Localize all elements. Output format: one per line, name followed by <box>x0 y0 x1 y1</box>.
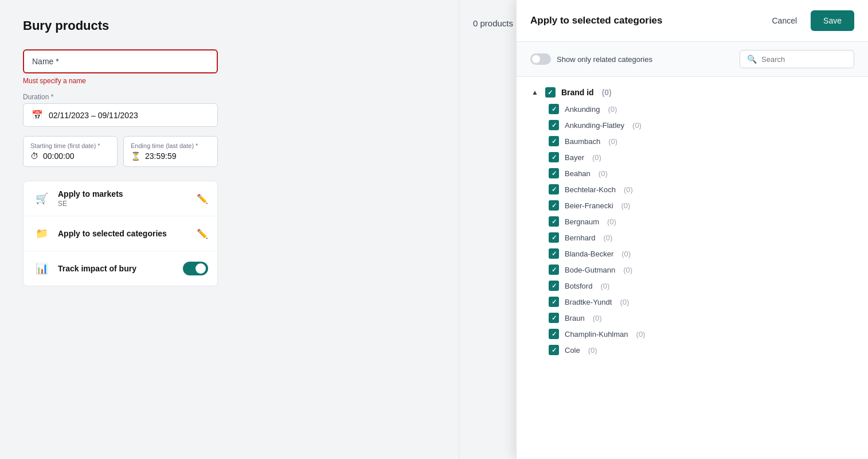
name-field-wrapper <box>23 49 218 73</box>
category-count: (0) <box>620 298 629 306</box>
category-name: Bernhard <box>565 234 595 242</box>
list-item[interactable]: Bechtelar-Koch (0) <box>530 181 854 197</box>
category-count: (0) <box>632 121 642 130</box>
cancel-button[interactable]: Cancel <box>765 11 804 30</box>
name-input[interactable] <box>32 57 209 66</box>
category-checkbox[interactable] <box>549 232 559 243</box>
modal-toolbar: Show only related categories 🔍 <box>517 42 868 77</box>
category-name: Botsford <box>565 282 592 290</box>
category-count: (0) <box>621 201 631 210</box>
category-count: (0) <box>636 330 646 339</box>
list-item[interactable]: Bernhard (0) <box>530 230 854 246</box>
search-input[interactable] <box>761 55 847 64</box>
category-name: Braun <box>565 314 585 322</box>
ending-time-label: Ending time (last date) * <box>131 142 210 149</box>
category-checkbox[interactable] <box>549 345 559 355</box>
list-item[interactable]: Braun (0) <box>530 310 854 326</box>
show-related-label: Show only related categories <box>557 55 652 64</box>
category-count: (0) <box>621 250 631 258</box>
ending-time-value: 23:59:59 <box>145 151 177 161</box>
markets-title: Apply to markets <box>58 189 197 199</box>
markets-content: Apply to markets SE <box>58 189 197 208</box>
starting-time-field[interactable]: Starting time (first date) * ⏱ 00:00:00 <box>23 136 118 167</box>
category-checkbox[interactable] <box>549 264 559 275</box>
list-item[interactable]: Bergnaum (0) <box>530 213 854 230</box>
category-checkbox[interactable] <box>549 120 559 130</box>
category-name: Bechtelar-Koch <box>565 185 616 194</box>
category-count: (0) <box>592 153 601 162</box>
category-count: (0) <box>608 105 617 114</box>
track-toggle[interactable] <box>183 262 208 275</box>
timer-icon: ⏱ <box>30 151 38 161</box>
category-checkbox[interactable] <box>549 281 559 291</box>
list-item[interactable]: Beier-Franecki (0) <box>530 197 854 213</box>
markets-icon: 🛒 <box>33 189 51 208</box>
category-name: Blanda-Becker <box>565 250 613 258</box>
list-item[interactable]: Bode-Gutmann (0) <box>530 262 854 278</box>
category-name: Beier-Franecki <box>565 201 613 210</box>
category-name: Bode-Gutmann <box>565 266 615 274</box>
categories-list: ▲ Brand id (0) Ankunding (0) Ankunding-F… <box>517 77 868 459</box>
brand-id-count: (0) <box>602 88 612 97</box>
hourglass-icon: ⏳ <box>131 151 140 161</box>
duration-field[interactable]: 📅 02/11/2023 – 09/11/2023 <box>23 103 218 127</box>
search-box[interactable]: 🔍 <box>740 50 854 68</box>
category-checkbox[interactable] <box>549 216 559 227</box>
category-rows: Ankunding (0) Ankunding-Flatley (0) Baum… <box>530 101 854 358</box>
track-content: Track impact of bury <box>58 264 183 273</box>
list-item[interactable]: Beahan (0) <box>530 165 854 181</box>
category-checkbox[interactable] <box>549 200 559 211</box>
duration-value: 02/11/2023 – 09/11/2023 <box>49 111 138 120</box>
track-icon: 📊 <box>33 259 51 278</box>
list-item[interactable]: Bradtke-Yundt (0) <box>530 294 854 310</box>
category-checkbox[interactable] <box>549 184 559 195</box>
option-categories[interactable]: 📁 Apply to selected categories ✏️ <box>24 216 217 251</box>
modal-header: Apply to selected categories Cancel Save <box>517 0 868 42</box>
category-count: (0) <box>623 266 632 274</box>
list-item[interactable]: Blanda-Becker (0) <box>530 246 854 262</box>
option-track[interactable]: 📊 Track impact of bury <box>24 251 217 286</box>
markets-edit-icon[interactable]: ✏️ <box>197 193 208 204</box>
category-checkbox[interactable] <box>549 313 559 323</box>
list-item[interactable]: Bayer (0) <box>530 149 854 165</box>
brand-id-collapse-btn[interactable]: ▲ <box>530 87 539 98</box>
option-markets[interactable]: 🛒 Apply to markets SE ✏️ <box>24 181 217 216</box>
category-checkbox[interactable] <box>549 152 559 162</box>
ending-time-field[interactable]: Ending time (last date) * ⏳ 23:59:59 <box>123 136 218 167</box>
modal-title: Apply to selected categories <box>530 15 663 26</box>
category-name: Bayer <box>565 153 584 162</box>
category-count: (0) <box>600 282 609 290</box>
starting-time-value: 00:00:00 <box>43 151 75 161</box>
category-checkbox[interactable] <box>549 104 559 114</box>
category-count: (0) <box>607 217 616 226</box>
category-checkbox[interactable] <box>549 168 559 178</box>
category-name: Bradtke-Yundt <box>565 298 612 306</box>
categories-icon: 📁 <box>33 224 51 243</box>
search-icon: 🔍 <box>747 55 757 64</box>
modal-actions: Cancel Save <box>765 10 854 31</box>
list-item[interactable]: Ankunding (0) <box>530 101 854 117</box>
category-checkbox[interactable] <box>549 136 559 146</box>
category-name: Ankunding-Flatley <box>565 121 624 130</box>
category-name: Champlin-Kuhlman <box>565 330 628 339</box>
categories-edit-icon[interactable]: ✏️ <box>197 228 208 239</box>
category-checkbox[interactable] <box>549 248 559 259</box>
show-related-toggle[interactable] <box>530 53 551 65</box>
brand-id-row: ▲ Brand id (0) <box>530 84 854 101</box>
save-button[interactable]: Save <box>811 10 854 31</box>
category-checkbox[interactable] <box>549 297 559 307</box>
list-item[interactable]: Baumbach (0) <box>530 133 854 149</box>
list-item[interactable]: Botsford (0) <box>530 278 854 294</box>
page-title: Bury products <box>23 18 436 33</box>
list-item[interactable]: Ankunding-Flatley (0) <box>530 117 854 133</box>
category-count: (0) <box>603 234 612 242</box>
category-count: (0) <box>624 185 633 194</box>
category-checkbox[interactable] <box>549 329 559 339</box>
track-title: Track impact of bury <box>58 264 183 273</box>
list-item[interactable]: Champlin-Kuhlman (0) <box>530 326 854 342</box>
brand-id-checkbox[interactable] <box>545 87 556 98</box>
category-name: Baumbach <box>565 137 600 146</box>
list-item[interactable]: Cole (0) <box>530 342 854 358</box>
markets-sub: SE <box>58 200 197 208</box>
brand-id-label: Brand id <box>561 88 594 97</box>
